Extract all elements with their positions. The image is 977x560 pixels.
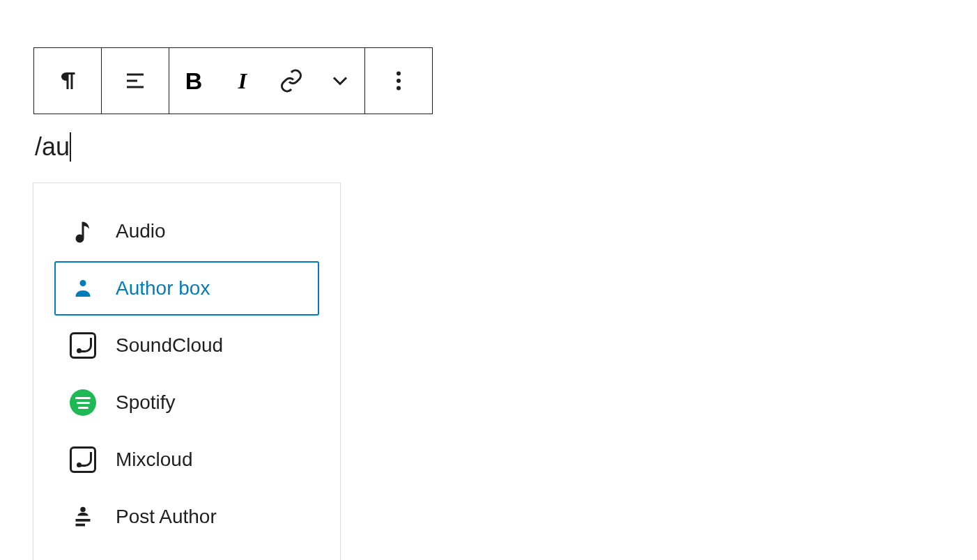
block-suggestion-panel: Audio Author box SoundCloud Spotify Mixc: [33, 182, 341, 560]
suggestion-label: Audio: [116, 220, 166, 242]
suggestion-mixcloud[interactable]: Mixcloud: [54, 433, 319, 487]
more-options-button[interactable]: [365, 48, 432, 114]
post-author-icon: [70, 504, 96, 530]
svg-point-2: [397, 86, 401, 91]
more-vertical-icon: [386, 68, 411, 93]
slash-input-text: /au: [35, 132, 70, 162]
link-icon: [279, 68, 304, 93]
svg-rect-6: [76, 524, 86, 527]
paragraph-icon: [55, 68, 80, 93]
suggestion-author-box[interactable]: Author box: [54, 261, 319, 316]
svg-point-1: [397, 79, 401, 83]
suggestion-spotify[interactable]: Spotify: [54, 375, 319, 430]
paragraph-block-button[interactable]: [34, 48, 101, 114]
audio-icon: [70, 218, 96, 244]
suggestion-label: Post Author: [116, 506, 217, 528]
spotify-icon: [70, 389, 96, 416]
svg-point-0: [397, 72, 401, 76]
link-button[interactable]: [267, 48, 316, 114]
suggestion-audio[interactable]: Audio: [54, 204, 319, 258]
block-toolbar: B I: [33, 47, 433, 114]
bold-button[interactable]: B: [169, 48, 218, 114]
italic-button[interactable]: I: [218, 48, 267, 114]
align-button[interactable]: [102, 48, 169, 114]
suggestion-soundcloud[interactable]: SoundCloud: [54, 318, 319, 373]
suggestion-label: Mixcloud: [116, 449, 192, 471]
text-cursor: [70, 132, 71, 162]
toolbar-group-format: B I: [169, 48, 365, 114]
soundcloud-icon: [70, 332, 96, 359]
slash-command-input[interactable]: /au: [35, 132, 71, 162]
mixcloud-icon: [70, 446, 96, 473]
svg-rect-5: [76, 519, 91, 522]
suggestion-label: Spotify: [116, 391, 176, 414]
svg-point-4: [80, 507, 86, 513]
suggestion-label: SoundCloud: [116, 334, 223, 357]
svg-point-3: [80, 280, 86, 286]
more-formatting-button[interactable]: [316, 48, 364, 114]
align-icon: [123, 68, 148, 93]
suggestion-post-author[interactable]: Post Author: [54, 490, 319, 544]
chevron-down-icon: [328, 68, 353, 93]
toolbar-group-block: [34, 48, 102, 114]
editor-canvas: B I /au Audio: [0, 0, 977, 560]
suggestion-label: Author box: [116, 277, 210, 300]
author-box-icon: [70, 275, 96, 302]
toolbar-group-options: [365, 48, 432, 114]
toolbar-group-align: [102, 48, 169, 114]
